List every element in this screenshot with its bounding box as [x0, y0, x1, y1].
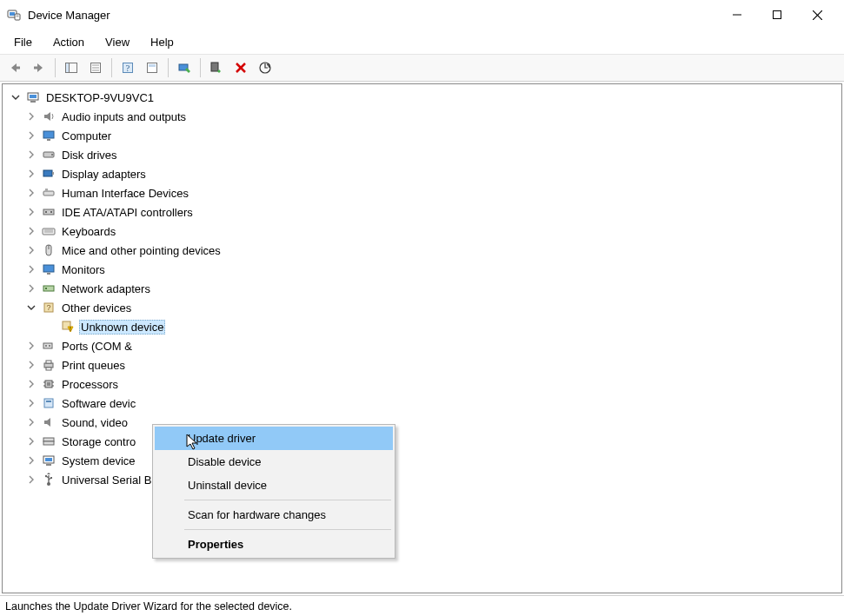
chevron-right-icon[interactable] [25, 435, 37, 447]
context-menu-update-driver[interactable]: Update driver [155, 427, 393, 450]
tree-node-sound[interactable]: Sound, video [4, 413, 840, 432]
statusbar: Launches the Update Driver Wizard for th… [0, 595, 844, 616]
tree-node-mice[interactable]: Mice and other pointing devices [4, 241, 840, 260]
context-menu-properties[interactable]: Properties [155, 533, 393, 556]
chevron-right-icon[interactable] [25, 416, 37, 428]
chevron-right-icon[interactable] [25, 129, 37, 142]
node-label: Network adapters [60, 282, 152, 296]
tree-node-ide[interactable]: IDE ATA/ATAPI controllers [4, 202, 840, 222]
show-hide-console-tree-button[interactable] [60, 56, 83, 79]
tree-node-disk[interactable]: Disk drives [4, 145, 840, 164]
scan-hardware-button[interactable] [254, 56, 276, 79]
chevron-down-icon[interactable] [10, 91, 22, 103]
ports-icon [41, 338, 56, 354]
toolbar-sep [111, 58, 112, 77]
toolbar-sep [55, 58, 56, 77]
tree-node-software[interactable]: Software devic [4, 394, 840, 413]
chevron-right-icon[interactable] [25, 378, 37, 390]
action-button[interactable] [141, 56, 163, 79]
svg-rect-29 [47, 139, 50, 141]
unknown-device-warning-icon: ! [60, 319, 76, 334]
chevron-right-icon[interactable] [25, 454, 37, 467]
menu-help[interactable]: Help [142, 33, 183, 51]
tree-node-keyboards[interactable]: Keyboards [4, 222, 840, 241]
svg-rect-54 [44, 363, 53, 368]
close-button[interactable] [797, 2, 837, 28]
chevron-right-icon[interactable] [25, 110, 37, 123]
tree-node-unknown-device[interactable]: ! Unknown device [4, 317, 840, 336]
node-root-label: DESKTOP-9VU9VC1 [44, 90, 156, 105]
tree-node-other[interactable]: ? Other devices [4, 298, 840, 317]
tree-node-hid[interactable]: Human Interface Devices [4, 183, 840, 202]
chevron-down-icon[interactable] [25, 301, 37, 314]
computer-icon [25, 89, 41, 105]
svg-point-53 [49, 345, 50, 347]
menu-view[interactable]: View [96, 33, 138, 51]
svg-rect-28 [43, 131, 54, 138]
tree-root[interactable]: DESKTOP-9VU9VC1 [4, 88, 840, 107]
monitor-icon [41, 128, 56, 143]
context-menu-scan-hardware[interactable]: Scan for hardware changes [155, 503, 393, 527]
chevron-right-icon[interactable] [25, 206, 37, 218]
node-label: Disk drives [60, 148, 119, 162]
printer-icon [41, 357, 56, 373]
svg-rect-63 [44, 399, 53, 407]
tree-node-system[interactable]: System device [4, 451, 840, 470]
maximize-button[interactable] [757, 2, 797, 28]
minimize-button[interactable] [717, 2, 757, 28]
update-driver-button[interactable] [173, 56, 196, 79]
node-label: Mice and other pointing devices [60, 243, 223, 258]
tree-node-usb[interactable]: Universal Serial Bus controllers [4, 470, 840, 489]
chevron-right-icon[interactable] [25, 474, 37, 486]
chevron-right-icon[interactable] [25, 397, 37, 409]
menu-file[interactable]: File [5, 33, 41, 51]
chevron-right-icon[interactable] [25, 263, 37, 275]
svg-rect-38 [50, 211, 52, 213]
properties-button[interactable] [84, 56, 107, 79]
context-menu-uninstall-device[interactable]: Uninstall device [155, 474, 393, 497]
tree-node-display[interactable]: Display adapters [4, 164, 840, 183]
svg-rect-55 [46, 361, 51, 363]
network-icon [41, 281, 56, 296]
chevron-right-icon[interactable] [25, 340, 37, 352]
tree-node-network[interactable]: Network adapters [4, 279, 840, 298]
tree-node-computer[interactable]: Computer [4, 126, 840, 145]
help-button[interactable]: ? [116, 56, 139, 79]
chevron-right-icon[interactable] [25, 187, 37, 199]
svg-rect-43 [43, 265, 54, 272]
tree-node-audio[interactable]: Audio inputs and outputs [4, 107, 840, 126]
statusbar-text: Launches the Update Driver Wizard for th… [5, 600, 292, 613]
tree-node-storage[interactable]: Storage contro [4, 432, 840, 451]
context-menu-disable-device[interactable]: Disable device [155, 450, 393, 474]
svg-text:!: ! [70, 326, 71, 332]
node-label: System device [60, 454, 137, 468]
chevron-right-icon[interactable] [25, 225, 37, 237]
svg-rect-44 [47, 273, 50, 275]
tree-node-processors[interactable]: Processors [4, 374, 840, 394]
uninstall-device-button[interactable] [229, 56, 252, 79]
expander-none [44, 321, 56, 333]
svg-rect-68 [45, 458, 52, 461]
chevron-right-icon[interactable] [25, 149, 37, 161]
device-tree[interactable]: DESKTOP-9VU9VC1 Audio inputs and outputs… [2, 83, 842, 593]
chevron-right-icon[interactable] [25, 168, 37, 180]
menu-action[interactable]: Action [44, 33, 93, 51]
tree-node-monitors[interactable]: Monitors [4, 260, 840, 279]
svg-rect-46 [45, 288, 47, 289]
back-button[interactable] [3, 56, 26, 79]
svg-rect-9 [34, 67, 38, 70]
chevron-right-icon[interactable] [25, 359, 37, 371]
svg-rect-35 [45, 189, 48, 191]
controller-icon [41, 204, 56, 220]
mouse-icon [41, 242, 56, 258]
monitor-icon [41, 262, 56, 277]
svg-rect-32 [43, 170, 52, 176]
tree-node-ports[interactable]: Ports (COM & [4, 336, 840, 355]
node-label: Unknown device [79, 320, 165, 334]
disable-device-button[interactable] [205, 56, 228, 79]
chevron-right-icon[interactable] [25, 244, 37, 256]
forward-button[interactable] [28, 56, 50, 79]
chevron-right-icon[interactable] [25, 282, 37, 295]
tree-node-print[interactable]: Print queues [4, 355, 840, 374]
svg-rect-3 [17, 16, 19, 17]
